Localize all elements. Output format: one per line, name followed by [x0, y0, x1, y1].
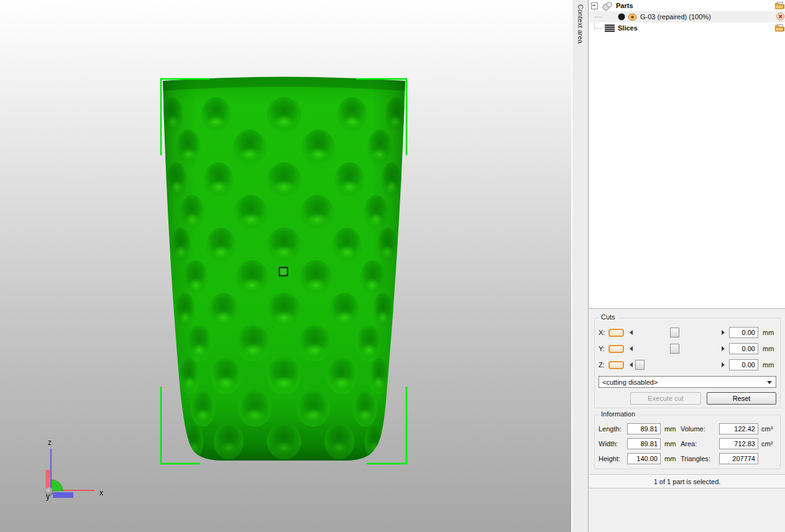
selection-status-text: 1 of 1 part is selected. [654, 478, 721, 485]
y-cut-unit: mm [763, 345, 776, 352]
z-cut-value-input[interactable] [729, 359, 758, 370]
z-axis-label: Z: [599, 361, 608, 369]
part-status-dot [618, 13, 625, 21]
y-axis-label: Y: [599, 345, 608, 352]
slider-left-arrow-icon[interactable] [630, 362, 633, 367]
slices-icon [605, 24, 615, 32]
length-label: Length: [599, 425, 627, 433]
slider-track[interactable] [635, 360, 719, 370]
y-cut-slider[interactable] [630, 344, 725, 354]
tree-item-slices[interactable]: Slices [589, 22, 785, 34]
open-folder-icon[interactable] [775, 1, 784, 9]
volume-value [719, 423, 758, 434]
width-unit: mm [664, 440, 681, 447]
cutting-mode-value: <cutting disabled> [602, 378, 658, 386]
status-bar: 1 of 1 part is selected. [589, 474, 785, 488]
slider-right-arrow-icon[interactable] [722, 346, 725, 351]
length-unit: mm [664, 425, 681, 433]
information-group: Information Length: mm Volume: cm³ Width… [594, 415, 781, 469]
viewport-3d[interactable]: z x y [0, 0, 571, 532]
parts-tree: Parts G-03 (repaired) (100%) [589, 0, 785, 309]
z-cut-slider[interactable] [630, 360, 725, 370]
parts-group-icon [602, 1, 613, 11]
slices-label: Slices [618, 24, 638, 32]
information-title: Information [599, 410, 638, 418]
slider-track[interactable] [635, 344, 719, 354]
width-label: Width: [599, 440, 627, 447]
cutting-mode-select[interactable]: <cutting disabled> [599, 376, 776, 388]
rotation-center-marker [280, 268, 288, 276]
cut-buttons: Execute cut Reset [599, 392, 776, 405]
chevron-down-icon [767, 381, 772, 384]
slider-thumb[interactable] [670, 328, 679, 337]
execute-cut-button[interactable]: Execute cut [630, 392, 701, 405]
context-area-tab[interactable]: Context area [571, 0, 589, 532]
height-unit: mm [664, 455, 681, 462]
cut-row-z: Z: mm [599, 359, 776, 371]
x-cut-slider[interactable] [630, 328, 725, 338]
y-cut-toggle-button[interactable] [608, 345, 624, 353]
y-cut-value-input[interactable] [729, 343, 758, 354]
slider-right-arrow-icon[interactable] [722, 330, 725, 335]
application-window: z x y Context area Parts [0, 0, 785, 532]
x-cut-value-input[interactable] [729, 327, 758, 338]
open-folder-icon[interactable] [775, 24, 784, 32]
remove-part-icon[interactable] [776, 12, 784, 21]
cuts-title: Cuts [599, 313, 618, 321]
tree-connector [595, 17, 602, 17]
axis-triad: z x y [45, 438, 103, 501]
area-label: Area: [681, 440, 719, 447]
model-render: z x y [0, 0, 571, 532]
reset-button[interactable]: Reset [707, 392, 776, 405]
width-value [627, 438, 661, 449]
area-value [719, 438, 758, 449]
tree-connector [595, 28, 602, 29]
slider-thumb[interactable] [670, 344, 679, 354]
triangles-value [719, 453, 758, 464]
height-value [627, 453, 661, 464]
parts-label: Parts [616, 2, 633, 9]
info-row: Length: mm Volume: cm³ [599, 423, 778, 435]
slider-track[interactable] [635, 328, 719, 338]
volume-label: Volume: [681, 425, 719, 433]
slider-left-arrow-icon[interactable] [630, 330, 633, 335]
triangles-label: Triangles: [681, 455, 719, 462]
slider-thumb[interactable] [635, 360, 645, 370]
x-cut-toggle-button[interactable] [608, 329, 624, 337]
length-value [627, 423, 661, 434]
part-label: G-03 (repaired) (100%) [640, 13, 711, 21]
area-unit: cm² [761, 440, 776, 447]
tree-item-parts[interactable]: Parts [589, 0, 785, 11]
right-panel: Parts G-03 (repaired) (100%) [589, 0, 785, 532]
axis-z-label: z [48, 438, 52, 447]
slider-left-arrow-icon[interactable] [630, 346, 633, 351]
volume-unit: cm³ [761, 425, 776, 433]
axis-x-label: x [99, 488, 103, 497]
axis-y-label: y [46, 492, 50, 501]
cut-row-y: Y: mm [599, 342, 776, 355]
info-row: Width: mm Area: cm² [599, 438, 778, 450]
visibility-eye-icon[interactable] [628, 13, 637, 21]
z-cut-unit: mm [763, 361, 776, 369]
z-cut-toggle-button[interactable] [608, 361, 624, 369]
cut-row-x: X: mm [599, 326, 776, 339]
x-cut-unit: mm [763, 329, 776, 336]
info-row: Height: mm Triangles: [599, 452, 778, 465]
cuts-group: Cuts X: mm Y: [594, 318, 781, 408]
tree-item-part[interactable]: G-03 (repaired) (100%) [589, 11, 785, 22]
collapse-expander-icon[interactable] [591, 2, 598, 9]
x-axis-label: X: [599, 329, 608, 336]
height-label: Height: [599, 455, 627, 462]
slider-right-arrow-icon[interactable] [722, 362, 725, 367]
context-area-label: Context area [572, 0, 584, 44]
